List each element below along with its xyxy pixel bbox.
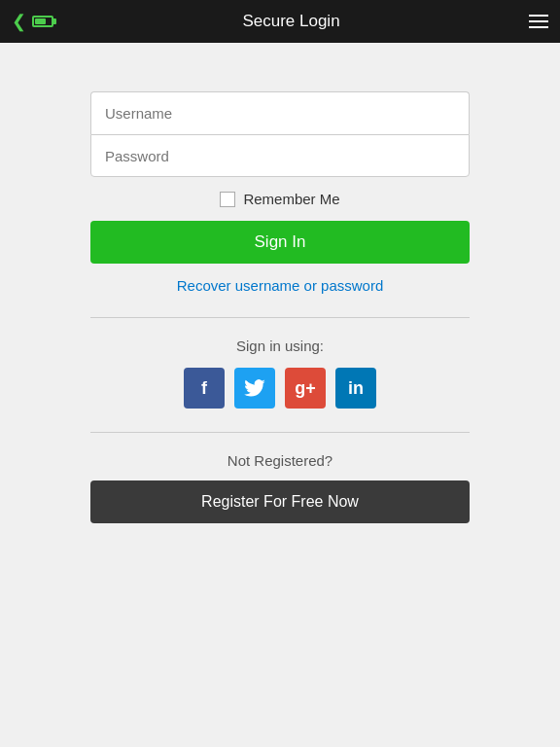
twitter-bird-icon: [244, 379, 265, 397]
not-registered-label: Not Registered?: [228, 452, 332, 469]
password-input[interactable]: [90, 134, 470, 177]
linkedin-button[interactable]: in: [335, 368, 376, 409]
twitter-button[interactable]: [234, 368, 275, 409]
remember-me-checkbox[interactable]: [220, 192, 235, 207]
sign-in-button[interactable]: Sign In: [90, 221, 470, 264]
divider-1: [90, 317, 470, 318]
main-content: Remember Me Sign In Recover username or …: [0, 43, 560, 523]
hamburger-line-3: [529, 26, 548, 28]
hamburger-line-2: [529, 20, 548, 22]
sign-in-using-label: Sign in using:: [236, 338, 324, 354]
divider-2: [90, 432, 470, 433]
battery-fill: [35, 18, 46, 24]
login-form: Remember Me Sign In Recover username or …: [90, 91, 470, 294]
top-bar-left: ❮: [12, 13, 53, 30]
facebook-button[interactable]: f: [184, 368, 225, 409]
top-bar: ❮ Secure Login: [0, 0, 560, 43]
register-button[interactable]: Register For Free Now: [90, 480, 470, 523]
social-buttons-row: f g+ in: [184, 368, 376, 409]
google-button[interactable]: g+: [285, 368, 326, 409]
register-section: Not Registered? Register For Free Now: [90, 452, 470, 523]
remember-me-row: Remember Me: [220, 191, 339, 207]
page-title: Secure Login: [242, 12, 339, 31]
back-chevron-icon[interactable]: ❮: [12, 13, 26, 30]
battery-icon: [32, 16, 53, 27]
menu-icon[interactable]: [529, 15, 548, 28]
username-input[interactable]: [90, 91, 470, 134]
recover-link[interactable]: Recover username or password: [177, 277, 384, 294]
social-section: Sign in using: f g+ in: [90, 338, 470, 409]
hamburger-line-1: [529, 15, 548, 17]
remember-me-label: Remember Me: [243, 191, 339, 207]
